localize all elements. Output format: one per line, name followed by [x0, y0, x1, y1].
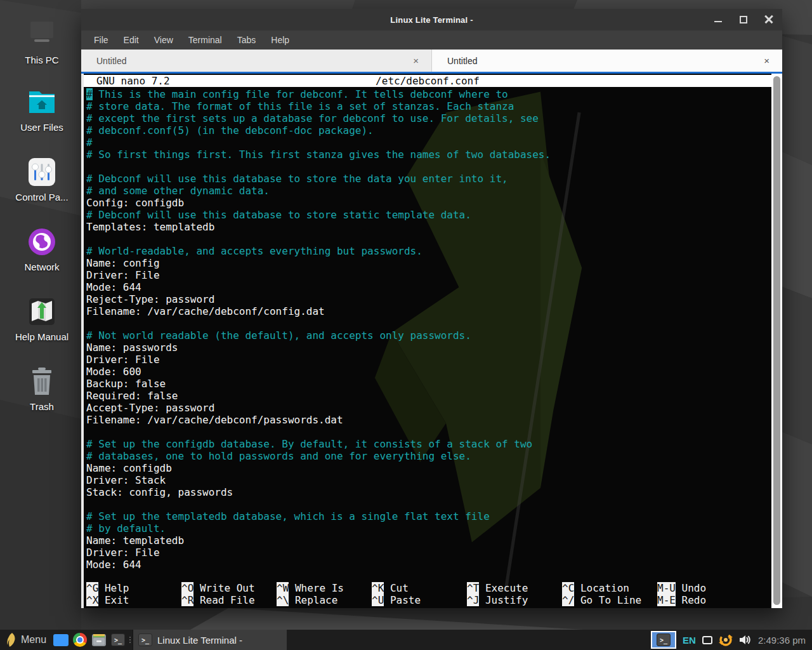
shortcut-column: M-U UndoM-E Redo	[657, 582, 752, 606]
keyboard-layout-indicator[interactable]: EN	[683, 635, 696, 646]
menu-view[interactable]: View	[148, 32, 180, 48]
close-button[interactable]	[764, 15, 773, 24]
desktop-icon-label: User Files	[20, 122, 63, 133]
maximize-button[interactable]	[739, 15, 748, 24]
editor-line: # and some other dynamic data.	[86, 185, 771, 197]
terminal-launcher[interactable]: >_	[108, 630, 128, 650]
editor-line	[86, 317, 771, 329]
editor-line: Name: templatedb	[86, 534, 771, 547]
editor-line: # Set up the templatedb database, which …	[86, 510, 771, 522]
desktop-icon-control-panel[interactable]: Control Pa...	[5, 157, 79, 202]
shortcut-key: M-U	[657, 582, 676, 594]
editor-line: Accept-Type: password	[86, 402, 771, 414]
tab-close-icon[interactable]: ×	[764, 55, 769, 66]
show-desktop-launcher[interactable]	[51, 630, 70, 650]
editor-line: # store data. The format of this file is…	[86, 100, 771, 112]
terminal-icon: >_	[111, 633, 125, 646]
scrollbar-thumb[interactable]	[773, 76, 780, 605]
editor-line: # debconf.conf(5) (in the debconf-doc pa…	[86, 124, 771, 136]
shortcut-hint: ^K Cut	[372, 582, 467, 594]
shortcut-key: ^W	[277, 582, 289, 594]
editor-line	[86, 161, 771, 173]
desktop-icon	[53, 634, 69, 646]
volume-tray-icon[interactable]	[739, 634, 752, 646]
editor-line: # Set up the configdb database. By defau…	[86, 438, 771, 450]
editor-lines[interactable]: # This is the main config file for debco…	[84, 87, 771, 571]
editor-line: # Debconf will use this database to stor…	[86, 173, 771, 185]
editor-line: Filename: /var/cache/debconf/config.dat	[86, 305, 771, 317]
file-cabinet-icon	[91, 633, 107, 647]
shortcut-key: ^/	[562, 594, 574, 606]
panel-separator	[128, 630, 133, 650]
desktop-icon-help-manual[interactable]: Help Manual	[5, 297, 79, 342]
linuxlite-feather-icon	[6, 632, 16, 647]
taskbar-window-button[interactable]: >_ Linux Lite Terminal -	[133, 630, 287, 650]
shortcut-key: ^J	[467, 594, 479, 606]
editor-line: # databases, one to hold passwords and o…	[86, 450, 771, 462]
minimize-button[interactable]	[714, 15, 723, 24]
editor-line	[86, 498, 771, 510]
menu-edit[interactable]: Edit	[117, 32, 145, 48]
trash-icon	[25, 367, 58, 396]
start-menu-button[interactable]: Menu	[0, 630, 51, 650]
tab-label: Untitled	[447, 56, 477, 66]
editor-line: Stack: config, passwords	[86, 486, 771, 498]
editor-line	[86, 233, 771, 245]
terminal-screen[interactable]: GNU nano 7.2 /etc/debconf.conf # This is…	[84, 74, 771, 608]
menu-terminal[interactable]: Terminal	[182, 32, 228, 48]
shortcut-key: ^X	[86, 594, 98, 606]
tab-close-icon[interactable]: ×	[413, 55, 419, 66]
desktop-icon-this-pc[interactable]: This PC	[5, 20, 79, 65]
file-manager-launcher[interactable]	[89, 630, 108, 650]
tray-terminal-window-preview[interactable]: >_	[651, 631, 676, 649]
editor-line: Driver: File	[86, 269, 771, 281]
nano-shortcut-bar: ^G Help^X Exit^O Write Out^R Read File^W…	[86, 582, 770, 606]
desktop-icon-label: Control Pa...	[15, 192, 68, 202]
shortcut-hint: ^C Location	[562, 582, 657, 594]
menu-file[interactable]: File	[88, 32, 115, 48]
menu-help[interactable]: Help	[265, 32, 296, 48]
editor-line: Driver: File	[86, 354, 771, 366]
shortcut-key: ^C	[562, 582, 574, 594]
computer-icon	[25, 20, 58, 50]
desktop-icon-trash[interactable]: Trash	[5, 367, 79, 412]
editor-line: Mode: 644	[86, 281, 771, 293]
editor-line: Name: configdb	[86, 462, 771, 474]
shortcut-column: ^C Location^/ Go To Line	[562, 582, 657, 606]
editor-line: # Not world readable (the default), and …	[86, 329, 771, 342]
shortcut-key: M-E	[657, 594, 676, 606]
shortcut-key: ^T	[467, 582, 479, 594]
desktop-icon-label: Help Manual	[15, 331, 69, 342]
terminal-scrollbar[interactable]	[771, 74, 782, 608]
shortcut-hint: ^O Write Out	[181, 582, 277, 594]
editor-line: # World-readable, and accepts everything…	[86, 245, 771, 257]
editor-line: #	[86, 136, 771, 149]
shortcut-column: ^O Write Out^R Read File	[181, 582, 277, 606]
updates-tray-icon[interactable]	[719, 633, 733, 647]
home-folder-icon	[25, 88, 58, 117]
taskbar-clock[interactable]: 2:49:36 pm	[758, 635, 806, 646]
tab-untitled-1[interactable]: Untitled ×	[81, 50, 431, 72]
shortcut-key: ^O	[181, 582, 193, 594]
tab-untitled-2[interactable]: Untitled ×	[431, 50, 782, 72]
shortcut-hint: ^R Read File	[181, 594, 277, 606]
desktop-icon-network[interactable]: Network	[5, 227, 79, 272]
chrome-launcher[interactable]	[70, 630, 89, 650]
shortcut-hint: ^G Help	[86, 582, 181, 594]
text-cursor: #	[86, 88, 93, 100]
desktop-icon-user-files[interactable]: User Files	[5, 88, 79, 133]
editor-line: Name: passwords	[86, 342, 771, 354]
shortcut-hint: ^X Exit	[86, 594, 181, 606]
menu-tabs[interactable]: Tabs	[231, 32, 263, 48]
window-titlebar[interactable]: Linux Lite Terminal -	[81, 9, 782, 30]
editor-line: Reject-Type: password	[86, 293, 771, 305]
shortcut-key: ^U	[372, 594, 384, 606]
editor-line: # by default.	[86, 522, 771, 534]
shortcut-hint: ^U Paste	[372, 594, 467, 606]
editor-line: # So first things first. This first stan…	[86, 149, 771, 161]
shortcut-key: ^R	[181, 594, 193, 606]
editor-line: Config: configdb	[86, 197, 771, 209]
display-tray-icon[interactable]	[702, 636, 712, 644]
shortcut-hint: ^/ Go To Line	[562, 594, 657, 606]
shortcut-hint: ^T Execute	[467, 582, 562, 594]
